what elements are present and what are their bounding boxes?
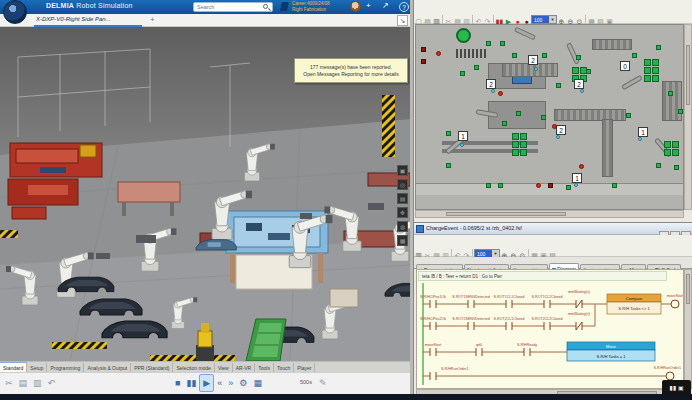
svg-text:S-ROT2SENVDetected: S-ROT2SENVDetected	[452, 317, 489, 321]
edit-simulation-icon[interactable]: ✎	[316, 374, 330, 392]
ladder-vertical-scrollbar[interactable]	[684, 269, 692, 389]
green-indicator-light	[674, 165, 679, 170]
compare-block[interactable]: Compare S-R/H Tasks <> 1	[607, 294, 661, 314]
plant-map[interactable]: 2 0 2 2 1 2 1 1	[415, 24, 684, 210]
conveyor-band	[602, 119, 613, 177]
3d-viewport[interactable]: 177 message(s) have been reported. Open …	[0, 27, 412, 361]
stop-icon[interactable]: ■	[172, 374, 183, 392]
search-icon[interactable]	[263, 4, 268, 9]
video-controls-overlay[interactable]: ▮▮▣	[662, 380, 691, 396]
svg-text:S-R/H Tasks = 1: S-R/H Tasks = 1	[597, 354, 627, 359]
workbench-ribbon: StandardSetupProgrammingAnalysis & Outpu…	[0, 361, 412, 372]
output-coil	[671, 300, 679, 308]
avatar[interactable]	[350, 1, 361, 12]
rung-wires	[423, 304, 671, 376]
chevron-down-icon[interactable]: ▼	[549, 16, 556, 23]
svg-text:S-R/H Tasks <> 1: S-R/H Tasks <> 1	[618, 306, 650, 311]
green-indicator-light	[656, 45, 661, 50]
hmi-toolbar: ▢▤▥✂▤▥↶↷▮▮▶●●100▼⊕⊖⊙▦▧▣	[414, 10, 692, 24]
ladder-toolbar: ▥✂▤▥↶↷100▼⊕⊖⊙▦▣▤	[414, 244, 692, 257]
pause-icon[interactable]: ▮▮	[183, 374, 199, 392]
green-indicator-light	[656, 163, 661, 168]
hmi-vertical-scrollbar[interactable]	[684, 24, 692, 210]
output-coil	[666, 372, 674, 380]
green-indicator-light	[498, 183, 503, 188]
cyan-indicator-light	[534, 67, 538, 71]
conveyor-band	[592, 39, 632, 50]
ladder-diagram[interactable]: teta /B / B : Teer + return D1 : Go to P…	[416, 269, 684, 389]
pause-icon[interactable]: ▮▮	[668, 385, 677, 391]
expand-view-icon[interactable]: ↘	[397, 15, 408, 26]
svg-text:Move: Move	[606, 344, 617, 349]
sequence-list-icon[interactable]: ▦	[250, 374, 265, 392]
fast-forward-icon[interactable]: »	[225, 374, 236, 392]
document-tab[interactable]: X-DXP-V0-Right Side Pan...	[36, 16, 111, 22]
svg-text:S-R/HRunOrder1: S-R/HRunOrder1	[441, 367, 469, 371]
rewind-icon[interactable]: «	[214, 374, 225, 392]
view-tool-icon[interactable]: ▣	[397, 165, 408, 176]
cyan-indicator-light	[580, 89, 584, 93]
share-icon[interactable]: ↗	[382, 0, 389, 12]
ladder-title-bar[interactable]: ChargeEvent - 0.0695/2 st /zb_0402.fsf _…	[414, 223, 692, 235]
green-indicator-light	[586, 69, 591, 74]
green-indicator-light	[626, 113, 631, 118]
plant-layout-window: FileEditBuildToolsViewsProjectCheckOptio…	[413, 0, 692, 222]
paste-icon[interactable]: ▥	[30, 374, 45, 392]
message-tooltip[interactable]: 177 message(s) have been reported. Open …	[294, 58, 408, 83]
add-icon[interactable]: +	[366, 0, 371, 12]
station-count-badge: 1	[572, 173, 582, 183]
app-subtitle: Robot Simulation	[76, 2, 133, 9]
svg-text:S-ROT1SENVDetected: S-ROT1SENVDetected	[452, 295, 489, 299]
green-indicator-light	[512, 53, 517, 58]
green-indicator-light	[500, 41, 505, 46]
svg-text:mmWaiting(s): mmWaiting(s)	[568, 290, 590, 294]
green-indicator-light	[486, 41, 491, 46]
view-tool-icon[interactable]: ◍	[397, 221, 408, 232]
rung-header: teta /B / B : Teer + return D1 : Go to P…	[422, 274, 503, 279]
svg-text:moveStart: moveStart	[425, 343, 441, 347]
view-tool-icon[interactable]: ✥	[397, 207, 408, 218]
red-indicator-light	[552, 124, 557, 129]
green-indicator-light	[486, 183, 491, 188]
cyan-indicator-light	[460, 143, 464, 147]
move-block[interactable]: Move S-R/H Tasks = 1	[567, 342, 655, 361]
dark-red-indicator-light	[421, 59, 426, 64]
new-tab-button[interactable]: +	[150, 15, 155, 24]
fullscreen-icon[interactable]: ▣	[677, 385, 685, 391]
svg-text:S-R/HRunOrder1: S-R/HRunOrder1	[653, 366, 681, 370]
dark-red-indicator-light	[548, 183, 553, 188]
svg-text:S-R/HReady: S-R/HReady	[517, 343, 537, 347]
tooltip-line2: Open Messages Reporting for more details	[295, 71, 407, 78]
zoom-level-select[interactable]: 100▼	[531, 15, 557, 24]
view-tool-icon[interactable]: ▦	[397, 235, 408, 246]
svg-text:mmWaiting(s): mmWaiting(s)	[568, 312, 590, 316]
hazard-stripe	[52, 342, 107, 349]
tooltip-line1: 177 message(s) have been reported.	[295, 64, 407, 71]
play-icon[interactable]: ▶	[199, 374, 214, 392]
status-lamp-large	[456, 28, 471, 43]
svg-text:S-ROT1CL1Closed: S-ROT1CL1Closed	[494, 295, 525, 299]
cut-icon[interactable]: ✂	[2, 374, 16, 392]
cyan-indicator-light	[638, 137, 642, 141]
green-indicator-light	[516, 111, 521, 116]
red-indicator-light	[536, 183, 541, 188]
user-context[interactable]: Career 4000/24/08 Right Fabrication	[292, 1, 348, 13]
copy-icon[interactable]: ▤	[16, 374, 31, 392]
green-indicator-light	[446, 163, 451, 168]
svg-text:S-R/HClPos1Ok: S-R/HClPos1Ok	[420, 295, 446, 299]
compass-logo-icon[interactable]	[3, 0, 27, 24]
settings-gear-icon[interactable]: ⚙	[236, 374, 250, 392]
red-indicator-light	[436, 51, 441, 56]
search-input[interactable]	[193, 2, 273, 12]
help-icon[interactable]: ?	[399, 2, 409, 12]
tag-icon[interactable]	[280, 2, 289, 11]
window-icon	[416, 225, 424, 233]
view-tool-icon[interactable]: ▤	[397, 193, 408, 204]
hmi-horizontal-scrollbar[interactable]	[415, 210, 684, 218]
app-window: DELMIA Robot Simulation Career 4000/24/0…	[0, 0, 692, 400]
view-tool-icon[interactable]: ◎	[397, 179, 408, 190]
conveyor-band	[502, 63, 558, 77]
green-indicator-light	[612, 183, 617, 188]
undo-icon[interactable]: ↶	[45, 374, 59, 392]
conveyor-band	[662, 81, 682, 121]
